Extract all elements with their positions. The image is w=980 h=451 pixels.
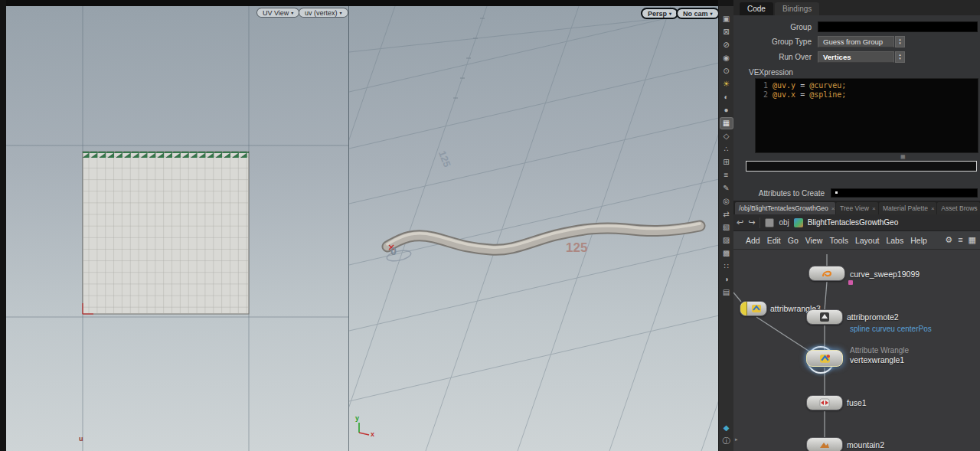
run-over-dropdown[interactable]: Vertices [818, 51, 894, 63]
network-graph[interactable]: curve_sweep19099 attribwrangle3 attribpr… [733, 250, 980, 451]
stow-left-icon[interactable]: ◂ [737, 220, 740, 225]
forward-icon[interactable]: ↪ [748, 217, 755, 227]
tab-label: Tree View [840, 204, 869, 212]
node-flag[interactable] [848, 280, 853, 285]
construction-plane-icon[interactable]: ▧ [720, 222, 733, 233]
chevron-down-icon: ▾ [669, 11, 671, 16]
network-path-bar: ◂ ↩ ↪ obj BlightTentaclesGrowthGeo [733, 214, 980, 231]
info-icon[interactable]: ⓘ [720, 436, 733, 446]
pin-icon[interactable]: ◆ [720, 423, 733, 433]
grid-tick-marks [453, 18, 485, 98]
obj-context-icon [765, 218, 774, 227]
houdini-window: UV View ▾ uv (vertex) ▾ u [0, 0, 980, 451]
node-label[interactable]: curve_sweep19099 [850, 270, 920, 279]
tab-bindings[interactable]: Bindings [775, 2, 819, 15]
persp-viewport[interactable]: 125 125 0 Persp ▾ No cam ▾ y x [348, 6, 718, 451]
snap-toggle-icon[interactable]: ◎ [720, 196, 733, 207]
close-icon[interactable]: × [831, 205, 835, 212]
stow-right-icon[interactable]: ▸ [735, 436, 738, 442]
resize-grip-icon[interactable]: ▦ [900, 154, 906, 159]
menu-view[interactable]: View [805, 236, 823, 245]
group-type-spinner[interactable]: ▴ ▾ [895, 36, 905, 47]
menu-tools[interactable]: Tools [829, 236, 848, 245]
close-icon[interactable]: × [931, 205, 935, 212]
node-type-label: Attribute Wrangle [850, 346, 909, 355]
tentacle-mesh[interactable] [387, 224, 700, 250]
group-list-icon[interactable]: ≡ [720, 170, 733, 181]
promote-node-icon [819, 312, 830, 322]
breadcrumb-root[interactable]: obj [779, 218, 789, 227]
selection-visibility-icon[interactable]: ⊘ [720, 40, 733, 51]
group-input[interactable] [818, 21, 978, 32]
lighting-mode-icon[interactable]: ◐ [720, 92, 733, 103]
node-attribwrangle[interactable] [740, 301, 767, 316]
snippet-input[interactable] [746, 161, 977, 172]
smooth-shading-icon[interactable]: ● [720, 105, 733, 116]
uv-view-menu[interactable]: UV View ▾ [256, 8, 299, 18]
camera-menu[interactable]: No cam ▾ [676, 8, 718, 19]
vexpression-label: VEXpression [749, 68, 793, 77]
close-icon[interactable]: × [872, 205, 876, 212]
node-label[interactable]: fuse1 [847, 398, 867, 407]
menu-edit[interactable]: Edit [767, 236, 781, 245]
camera-lock-icon[interactable]: ◉ [720, 53, 733, 64]
grid-toggle-icon[interactable]: ⊞ [720, 157, 733, 168]
chevron-down-icon: ▾ [340, 11, 342, 15]
reference-plane-icon[interactable]: ▨ [720, 235, 733, 246]
node-fuse[interactable] [806, 395, 843, 410]
uv-display-menu[interactable]: uv (vertex) ▾ [299, 8, 348, 18]
swap-view-icon[interactable]: ⇄ [720, 209, 733, 220]
view-pivot-icon[interactable]: ⊙ [720, 66, 733, 77]
node-label[interactable]: vertexwrangle1 [850, 355, 904, 364]
param-tab-bar: Code Bindings [733, 0, 980, 15]
axis-y-label: y [355, 414, 359, 422]
tab-network-path[interactable]: /obj/BlightTentaclesGrowthGeo × [735, 202, 835, 214]
measure-icon[interactable]: ∷ [720, 261, 733, 272]
tab-asset-browser[interactable]: Asset Brows [937, 202, 980, 214]
camera-menu-label: No cam [683, 10, 708, 18]
menu-icon-group: ⚙ ≡ ▦ [945, 235, 980, 245]
tab-code[interactable]: Code [740, 2, 773, 15]
object-isolation-icon[interactable]: ▩ [720, 248, 733, 259]
secure-selection-icon[interactable]: ⊠ [720, 27, 733, 38]
template-flag[interactable] [740, 302, 747, 315]
node-curve-sweep[interactable] [808, 266, 845, 281]
mountain-node-icon [819, 440, 830, 450]
group-type-value: Guess from Group [823, 38, 883, 46]
breadcrumb-current[interactable]: BlightTentaclesGrowthGeo [808, 218, 898, 227]
node-attribpromote[interactable] [806, 309, 843, 325]
edit-pencil-icon[interactable]: ✎ [720, 183, 733, 194]
tab-tree-view[interactable]: Tree View × [836, 202, 878, 214]
node-label[interactable]: mountain2 [847, 440, 884, 449]
chevron-down-icon: ▾ [710, 11, 713, 16]
group-type-dropdown[interactable]: Guess from Group [818, 36, 894, 47]
node-comment: spline curveu centerPos [850, 325, 932, 333]
menu-add[interactable]: Add [746, 236, 760, 245]
menu-layout[interactable]: Layout [855, 236, 880, 245]
vex-editor[interactable]: 1@uv.y = @curveu; 2@uv.x = @spline; [755, 78, 978, 153]
uv-view-menu-label: UV View [263, 9, 289, 17]
menu-go[interactable]: Go [788, 236, 799, 245]
uv-viewport[interactable]: UV View ▾ uv (vertex) ▾ u [6, 6, 348, 451]
headlight-icon[interactable]: ☀ [720, 79, 733, 90]
displacement-icon[interactable]: ▦ [720, 118, 733, 129]
grid-view-icon[interactable]: ▦ [969, 235, 976, 245]
persp-view-menu[interactable]: Persp ▾ [641, 8, 678, 19]
visualizer-icon[interactable]: ◑ [720, 274, 733, 285]
settings-gear-icon[interactable]: ⚙ [945, 235, 952, 245]
snapshot-icon[interactable]: ▣ [720, 14, 733, 25]
node-vertexwrangle[interactable] [806, 350, 843, 367]
menu-help[interactable]: Help [910, 236, 927, 245]
node-label[interactable]: attribpromote2 [847, 312, 899, 322]
tab-material-palette[interactable]: Material Palette × [879, 202, 936, 214]
attributes-input[interactable] [831, 188, 978, 198]
wireframe-icon[interactable]: ◇ [720, 131, 733, 142]
list-icon[interactable]: ≡ [958, 235, 962, 245]
points-display-icon[interactable]: ∴ [720, 144, 733, 155]
path-separator [760, 217, 760, 228]
node-mountain[interactable] [806, 437, 843, 451]
run-over-spinner[interactable]: ▴ ▾ [895, 51, 905, 63]
uv-display-menu-label: uv (vertex) [305, 9, 338, 17]
scene-overview-icon[interactable]: ▤ [720, 287, 733, 298]
menu-labs[interactable]: Labs [886, 236, 903, 245]
